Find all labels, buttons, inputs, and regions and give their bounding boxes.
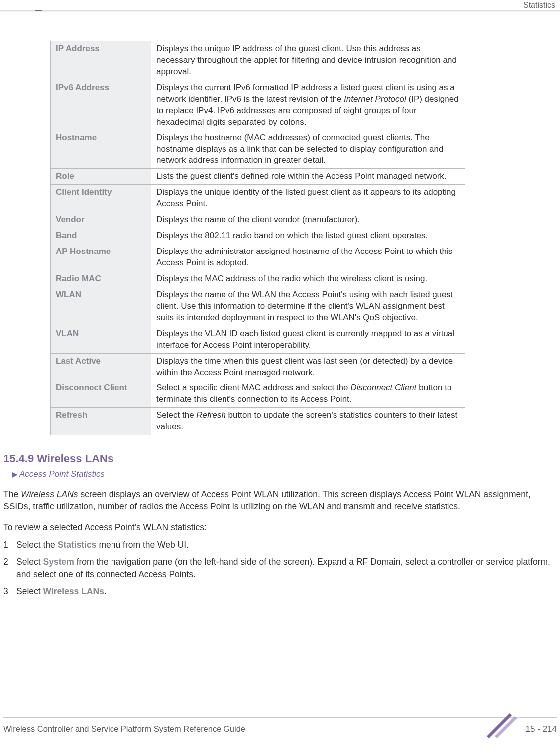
desc-em: Refresh (196, 410, 226, 420)
header-rule (0, 10, 560, 12)
field-label: Client Identity (51, 185, 151, 212)
field-description: Select a specific client MAC address and… (151, 380, 465, 408)
step-number: 2 (3, 556, 8, 568)
field-description: Displays the name of the WLAN the Access… (151, 287, 465, 326)
field-description: Displays the VLAN ID each listed guest c… (151, 326, 465, 353)
table-row: RefreshSelect the Refresh button to upda… (51, 408, 465, 435)
desc-pre: Select the (156, 410, 196, 420)
page-number: 15 - 214 (526, 724, 557, 734)
field-label: Disconnect Client (51, 380, 151, 408)
footer-guide-title: Wireless Controller and Service Platform… (3, 724, 245, 734)
step-keyword: Statistics (58, 540, 97, 550)
step-pre: Select (16, 557, 43, 567)
field-label: IPv6 Address (51, 80, 151, 130)
page-content: IP AddressDisplays the unique IP address… (3, 41, 557, 606)
table-row: Disconnect ClientSelect a specific clien… (51, 380, 465, 408)
section-breadcrumb: ▶Access Point Statistics (12, 469, 557, 479)
footer-rule (3, 717, 557, 718)
lead-sentence: To review a selected Access Point's WLAN… (3, 521, 557, 534)
desc-em: Internet Protocol (344, 94, 406, 104)
step-item: 3Select Wireless LANs. (3, 585, 557, 598)
table-row: Radio MACDisplays the MAC address of the… (51, 271, 465, 287)
field-description: Displays the time when this guest client… (151, 353, 465, 380)
desc-pre: Select a specific client MAC address and… (156, 383, 350, 392)
field-label: Band (51, 228, 151, 244)
table-row: VendorDisplays the name of the client ve… (51, 212, 465, 228)
step-post: . (104, 586, 107, 596)
breadcrumb-arrow-icon: ▶ (12, 470, 18, 478)
field-label: Refresh (51, 408, 151, 435)
field-description: Displays the MAC address of the radio wh… (151, 271, 465, 287)
field-label: Hostname (51, 130, 151, 169)
field-description: Displays the current IPv6 formatted IP a… (151, 80, 465, 130)
table-row: WLANDisplays the name of the WLAN the Ac… (51, 287, 465, 326)
table-row: HostnameDisplays the hostname (MAC addre… (51, 130, 465, 169)
field-description: Displays the hostname (MAC addresses) of… (151, 130, 465, 169)
footer-logo-icon (486, 711, 517, 739)
table-row: Last ActiveDisplays the time when this g… (51, 353, 465, 380)
header-section-label: Statistics (523, 1, 555, 10)
step-item: 2Select System from the navigation pane … (3, 556, 557, 580)
field-description: Select the Refresh button to update the … (151, 408, 465, 435)
intro-post: screen displays an overview of Access Po… (3, 489, 531, 511)
field-description: Displays the name of the client vendor (… (151, 212, 465, 228)
field-description: Lists the guest client's defined role wi… (151, 169, 465, 185)
field-definitions-table: IP AddressDisplays the unique IP address… (50, 41, 465, 435)
table-row: RoleLists the guest client's defined rol… (51, 169, 465, 185)
step-keyword: System (43, 557, 74, 567)
field-label: AP Hostname (51, 244, 151, 271)
table-row: IPv6 AddressDisplays the current IPv6 fo… (51, 80, 465, 130)
table-row: IP AddressDisplays the unique IP address… (51, 41, 465, 80)
page-footer: Wireless Controller and Service Platform… (3, 717, 557, 742)
table-row: Client IdentityDisplays the unique ident… (51, 185, 465, 212)
field-label: Role (51, 169, 151, 185)
step-pre: Select the (16, 540, 58, 550)
breadcrumb-text: Access Point Statistics (19, 469, 105, 479)
intro-em: Wireless LANs (21, 489, 78, 499)
step-post: from the navigation pane (on the left-ha… (16, 557, 550, 579)
step-pre: Select (16, 586, 43, 596)
step-post: menu from the Web UI. (97, 540, 189, 550)
table-row: AP HostnameDisplays the administrator as… (51, 244, 465, 271)
desc-em: Disconnect Client (350, 383, 416, 392)
table-row: BandDisplays the 802.11 radio band on wh… (51, 228, 465, 244)
field-label: Radio MAC (51, 271, 151, 287)
header-accent (35, 10, 42, 11)
intro-pre: The (3, 489, 21, 499)
field-description: Displays the unique IP address of the gu… (151, 41, 465, 80)
step-number: 1 (3, 539, 8, 551)
field-description: Displays the administrator assigned host… (151, 244, 465, 271)
step-item: 1Select the Statistics menu from the Web… (3, 539, 557, 551)
field-label: VLAN (51, 326, 151, 353)
field-description: Displays the 802.11 radio band on which … (151, 228, 465, 244)
field-label: IP Address (51, 41, 151, 80)
field-label: WLAN (51, 287, 151, 326)
field-description: Displays the unique identity of the list… (151, 185, 465, 212)
section-heading: 15.4.9 Wireless LANs (3, 452, 557, 465)
steps-list: 1Select the Statistics menu from the Web… (3, 539, 557, 598)
field-label: Vendor (51, 212, 151, 228)
step-keyword: Wireless LANs (43, 586, 104, 596)
field-label: Last Active (51, 353, 151, 380)
step-number: 3 (3, 585, 8, 598)
intro-paragraph: The Wireless LANs screen displays an ove… (3, 488, 557, 512)
table-row: VLANDisplays the VLAN ID each listed gue… (51, 326, 465, 353)
